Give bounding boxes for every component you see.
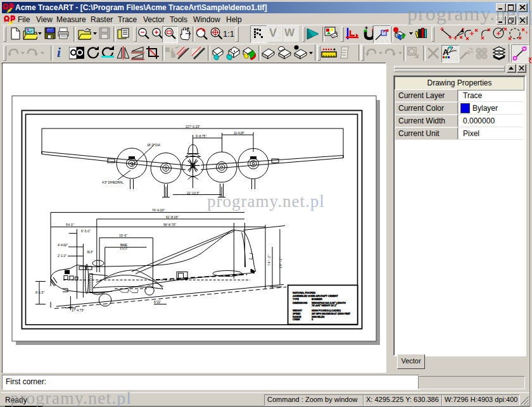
svg-text:17'-4.75": 17'-4.75" bbox=[72, 308, 84, 312]
svg-text:227'-0.25": 227'-0.25" bbox=[186, 125, 200, 128]
svg-text:8'-1.5": 8'-1.5" bbox=[35, 291, 44, 294]
svg-text:CREW: CREW bbox=[293, 318, 300, 321]
svg-text:DIMENSIONS: DIMENSIONS bbox=[293, 301, 308, 304]
svg-text:58'-8.75": 58'-8.75" bbox=[163, 223, 176, 227]
svg-text:TYPE: TYPE bbox=[293, 297, 299, 301]
svg-text:74'-4.06" HEIGHT 19'-1": 74'-4.06" HEIGHT 19'-1" bbox=[312, 304, 337, 307]
svg-text:74'-4.06": 74'-4.06" bbox=[152, 208, 165, 212]
svg-text:BOMBER: BOMBER bbox=[312, 297, 322, 301]
svg-text:22'-10.5": 22'-10.5" bbox=[187, 191, 200, 195]
svg-text:11'-4.25": 11'-4.25" bbox=[234, 131, 244, 135]
svg-text:19'-6": 19'-6" bbox=[119, 234, 127, 237]
svg-text:3400 MILES: 3400 MILES bbox=[312, 315, 325, 318]
svg-text:4.5° DIHEDRAL: 4.5° DIHEDRAL bbox=[102, 180, 124, 184]
svg-text:74'-2": 74'-2" bbox=[267, 254, 271, 266]
svg-text:18'-7" DIA: 18'-7" DIA bbox=[147, 143, 161, 147]
svg-text:4'-4.62": 4'-4.62" bbox=[58, 243, 68, 247]
svg-text:9'-8.75": 9'-8.75" bbox=[196, 134, 206, 138]
svg-text:2'-1.0": 2'-1.0" bbox=[58, 254, 66, 258]
svg-text:61'-8.06": 61'-8.06" bbox=[166, 215, 179, 219]
svg-text:172.3": 172.3" bbox=[120, 246, 128, 250]
svg-text:6'-5.0": 6'-5.0" bbox=[81, 229, 91, 233]
svg-text:6°22': 6°22' bbox=[154, 300, 161, 304]
svg-text:30.3°: 30.3° bbox=[87, 250, 93, 254]
svg-text:19'-1": 19'-1" bbox=[279, 257, 282, 268]
svg-text:54.0": 54.0" bbox=[66, 223, 74, 227]
